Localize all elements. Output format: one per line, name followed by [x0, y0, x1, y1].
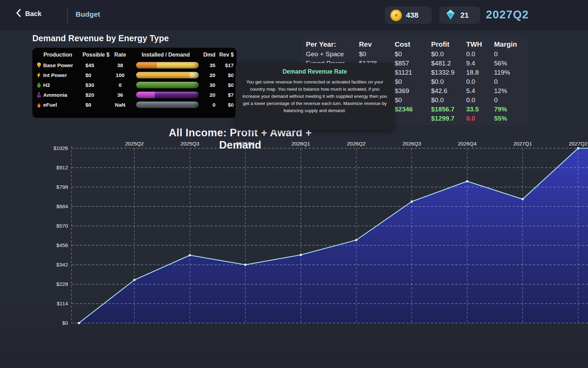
demand-row: eFuel$0NaN0$0 [34, 100, 234, 110]
demand-row: Int Power$010020$0 [34, 70, 234, 80]
per-year-margin: 56% [494, 60, 526, 67]
dmd-value: 20 [202, 92, 217, 98]
possible-value: $45 [81, 62, 111, 68]
tooltip-body: You get some revenue from connected or a… [242, 78, 387, 114]
rev-value: $0 [217, 72, 234, 78]
per-year-twh: 0.0 [466, 96, 494, 104]
per-year-cost: $857 [395, 60, 431, 67]
header-possible: Possible $ [81, 52, 111, 58]
possible-value: $30 [81, 82, 111, 88]
demand-table-title: Demand Revenue by Energy Type [32, 33, 169, 43]
demand-row: Base Power$453835$17 [34, 60, 234, 70]
per-year-profit: $1332.9 [431, 69, 466, 76]
rev-value: $17 [217, 62, 234, 68]
x-tick-label: 2027Q1 [513, 141, 532, 147]
energy-name: Int Power [43, 72, 81, 78]
per-year-profit: $1856.7 [431, 106, 466, 113]
rev-value: $0 [217, 82, 234, 88]
rev-value: $7 [217, 92, 234, 98]
drop-icon [34, 81, 43, 89]
dmd-value: 0 [202, 102, 217, 108]
installed-demand-bar [130, 82, 202, 88]
per-year-cost: $0 [395, 50, 431, 58]
bulb-icon [34, 62, 43, 69]
flask-icon [36, 91, 42, 98]
data-point [522, 198, 524, 200]
y-tick-label: $1026 [53, 145, 68, 151]
per-year-rev: $0 [359, 50, 395, 58]
energy-name: eFuel [43, 102, 81, 108]
data-point [133, 279, 135, 281]
per-year-twh: 0.0 [466, 115, 494, 122]
per-year-cost: $369 [395, 87, 431, 95]
tooltip-title: Demand Revenue Rate [242, 68, 387, 75]
droplet-icon [36, 81, 42, 89]
data-point [300, 254, 302, 256]
per-year-margin: 0 [494, 78, 526, 86]
per-year-margin: 55% [494, 115, 526, 122]
possible-value: $0 [81, 72, 111, 78]
per-year-twh: 0.0 [466, 78, 494, 86]
header-per-year: Per Year: [306, 40, 359, 48]
data-point [78, 322, 80, 324]
per-year-header: Per Year: Rev Cost Profit TWH Margin [306, 39, 528, 49]
per-year-cost: $0 [395, 96, 431, 104]
demand-revenue-tooltip: Demand Revenue Rate You get some revenue… [235, 63, 394, 130]
data-point [411, 201, 413, 203]
area-fill [79, 148, 588, 323]
energy-name: H2 [43, 82, 81, 88]
header-dmd: Dmd [202, 52, 217, 58]
bolt-icon [34, 72, 43, 79]
per-year-profit: $0.0 [431, 50, 466, 58]
data-point [577, 147, 579, 149]
data-point [244, 264, 246, 266]
per-year-margin: 0 [494, 96, 526, 104]
y-tick-label: $912 [56, 165, 68, 170]
x-tick-label: 2026Q2 [347, 141, 365, 147]
dmd-value: 35 [202, 62, 217, 68]
per-year-profit: $1299.7 [431, 115, 466, 122]
chart-title: All Income: Profit + Award + Demand [152, 127, 329, 151]
demand-table: Production Possible $ Rate Installed / D… [32, 48, 236, 118]
rev-value: $0 [217, 102, 234, 108]
installed-demand-bar [130, 72, 202, 78]
rate-value: 38 [111, 62, 130, 68]
per-year-margin: 79% [494, 106, 526, 113]
possible-value: $20 [81, 92, 111, 98]
installed-demand-bar [130, 92, 202, 98]
demand-row: H2$30030$0 [34, 80, 234, 90]
rate-value: 100 [111, 72, 130, 78]
installed-demand-bar [130, 102, 202, 108]
budget-screen: $0$114$228$342$456$570$684$798$912$10262… [0, 0, 588, 368]
header-margin: Margin [494, 40, 526, 48]
dmd-value: 20 [202, 72, 217, 78]
per-year-label: Geo + Space [306, 50, 359, 58]
per-year-profit: $0.0 [431, 96, 466, 104]
energy-name: Ammonia [43, 92, 81, 98]
per-year-twh: 18.8 [466, 69, 494, 76]
data-point [355, 239, 357, 241]
data-point [466, 180, 468, 182]
header-rev: Rev [359, 40, 395, 48]
x-tick-label: 2026Q4 [458, 141, 477, 147]
x-tick-label: 2027Q2 [569, 141, 587, 147]
per-year-margin: 0 [494, 50, 526, 58]
y-tick-label: $456 [56, 242, 68, 248]
bulb-icon [36, 62, 42, 69]
dmd-value: 30 [202, 82, 217, 88]
flame-icon [34, 101, 43, 108]
per-year-row: Geo + Space$0$0$0.00.00 [306, 49, 528, 59]
y-tick-label: $798 [56, 184, 68, 190]
y-tick-label: $114 [57, 301, 68, 306]
x-tick-label: 2026Q3 [402, 141, 421, 147]
flame-icon [36, 101, 42, 108]
y-tick-label: $0 [62, 320, 68, 326]
header-production: Production [34, 52, 81, 58]
demand-row: Ammonia$203620$7 [34, 90, 234, 100]
header-cost: Cost [395, 40, 431, 48]
per-year-twh: 33.5 [466, 106, 494, 113]
y-tick-label: $684 [56, 203, 68, 209]
per-year-profit: $481.2 [431, 60, 466, 67]
per-year-margin: 119% [494, 69, 526, 76]
per-year-margin: 12% [494, 87, 526, 95]
